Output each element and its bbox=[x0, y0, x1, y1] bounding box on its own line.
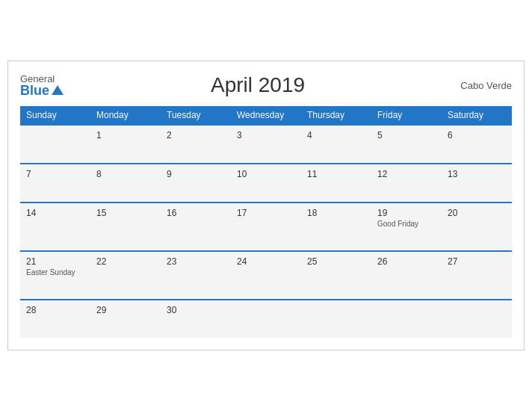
calendar-week-row-4: 282930 bbox=[20, 300, 512, 338]
calendar-cell: 26 bbox=[371, 251, 442, 300]
calendar-cell: 13 bbox=[442, 164, 512, 203]
calendar-cell: 6 bbox=[442, 125, 512, 164]
calendar-cell: 18 bbox=[301, 203, 371, 251]
day-number: 24 bbox=[237, 256, 295, 267]
calendar-cell: 12 bbox=[371, 164, 442, 203]
calendar-cell: 3 bbox=[231, 125, 301, 164]
calendar-cell bbox=[231, 300, 301, 338]
calendar-cell: 22 bbox=[90, 251, 161, 300]
calendar-cell: 24 bbox=[231, 251, 301, 300]
day-number: 23 bbox=[167, 256, 225, 267]
calendar-week-row-0: 123456 bbox=[20, 125, 512, 164]
day-number: 2 bbox=[167, 130, 225, 140]
calendar-cell: 25 bbox=[301, 251, 371, 300]
calendar-cell: 27 bbox=[442, 251, 512, 300]
calendar-table: SundayMondayTuesdayWednesdayThursdayFrid… bbox=[20, 106, 512, 338]
calendar-cell: 7 bbox=[20, 164, 90, 203]
calendar-cell: 11 bbox=[301, 164, 371, 203]
day-number: 21 bbox=[26, 256, 84, 267]
calendar-cell: 21Easter Sunday bbox=[20, 251, 90, 300]
calendar-cell bbox=[371, 300, 442, 338]
calendar-cell: 8 bbox=[90, 164, 161, 203]
weekday-header-monday: Monday bbox=[90, 106, 161, 125]
day-number: 18 bbox=[307, 208, 365, 218]
calendar-tbody: 12345678910111213141516171819Good Friday… bbox=[20, 125, 512, 338]
calendar-cell: 15 bbox=[90, 203, 161, 251]
calendar-cell: 5 bbox=[371, 125, 442, 164]
calendar-cell: 28 bbox=[20, 300, 90, 338]
calendar-cell: 17 bbox=[231, 203, 301, 251]
calendar-cell: 23 bbox=[161, 251, 231, 300]
day-number: 4 bbox=[307, 130, 365, 140]
day-number: 16 bbox=[167, 208, 225, 218]
day-number: 7 bbox=[26, 169, 84, 179]
logo-general-text: General bbox=[20, 74, 64, 84]
day-number: 8 bbox=[96, 169, 155, 179]
calendar-region: Cabo Verde bbox=[452, 80, 512, 91]
logo-blue-text: Blue bbox=[20, 84, 64, 97]
day-number: 13 bbox=[448, 169, 506, 179]
day-number: 9 bbox=[167, 169, 225, 179]
weekday-header-friday: Friday bbox=[371, 106, 442, 125]
weekday-header-sunday: Sunday bbox=[20, 106, 90, 125]
day-number: 5 bbox=[377, 130, 436, 140]
day-number: 30 bbox=[167, 305, 225, 315]
day-number: 28 bbox=[26, 305, 84, 315]
calendar-cell bbox=[442, 300, 512, 338]
day-number: 25 bbox=[307, 256, 365, 267]
calendar-week-row-2: 141516171819Good Friday20 bbox=[20, 203, 512, 251]
calendar-cell: 2 bbox=[161, 125, 231, 164]
day-number: 27 bbox=[448, 256, 506, 267]
calendar-cell: 4 bbox=[301, 125, 371, 164]
day-number: 15 bbox=[96, 208, 155, 218]
calendar-cell: 30 bbox=[161, 300, 231, 338]
day-number: 14 bbox=[26, 208, 84, 218]
calendar-cell: 10 bbox=[231, 164, 301, 203]
day-event: Good Friday bbox=[377, 220, 436, 228]
day-number: 17 bbox=[237, 208, 295, 218]
weekday-header-thursday: Thursday bbox=[301, 106, 371, 125]
calendar-cell: 19Good Friday bbox=[371, 203, 442, 251]
day-number: 1 bbox=[96, 130, 155, 140]
calendar-thead: SundayMondayTuesdayWednesdayThursdayFrid… bbox=[20, 106, 512, 125]
weekday-header-saturday: Saturday bbox=[442, 106, 512, 125]
calendar-cell: 14 bbox=[20, 203, 90, 251]
calendar-cell bbox=[20, 125, 90, 164]
day-number: 10 bbox=[237, 169, 295, 179]
calendar-week-row-3: 21Easter Sunday222324252627 bbox=[20, 251, 512, 300]
weekday-header-wednesday: Wednesday bbox=[231, 106, 301, 125]
calendar-week-row-1: 78910111213 bbox=[20, 164, 512, 203]
day-number: 6 bbox=[448, 130, 506, 140]
logo-triangle-icon bbox=[52, 85, 64, 95]
day-number: 29 bbox=[96, 305, 155, 315]
day-event: Easter Sunday bbox=[26, 268, 84, 276]
calendar-cell: 1 bbox=[90, 125, 161, 164]
logo: General Blue bbox=[20, 74, 64, 97]
day-number: 19 bbox=[377, 208, 436, 218]
calendar-cell: 9 bbox=[161, 164, 231, 203]
day-number: 3 bbox=[237, 130, 295, 140]
calendar-title: April 2019 bbox=[64, 73, 452, 97]
calendar-cell: 20 bbox=[442, 203, 512, 251]
calendar-cell: 29 bbox=[90, 300, 161, 338]
day-number: 22 bbox=[96, 256, 155, 267]
day-number: 12 bbox=[377, 169, 436, 179]
calendar-container: General Blue April 2019 Cabo Verde Sunda… bbox=[7, 61, 525, 350]
calendar-header: General Blue April 2019 Cabo Verde bbox=[20, 73, 512, 97]
calendar-cell: 16 bbox=[161, 203, 231, 251]
day-number: 26 bbox=[377, 256, 436, 267]
weekday-header-row: SundayMondayTuesdayWednesdayThursdayFrid… bbox=[20, 106, 512, 125]
calendar-cell bbox=[301, 300, 371, 338]
weekday-header-tuesday: Tuesday bbox=[161, 106, 231, 125]
day-number: 11 bbox=[307, 169, 365, 179]
day-number: 20 bbox=[448, 208, 506, 218]
